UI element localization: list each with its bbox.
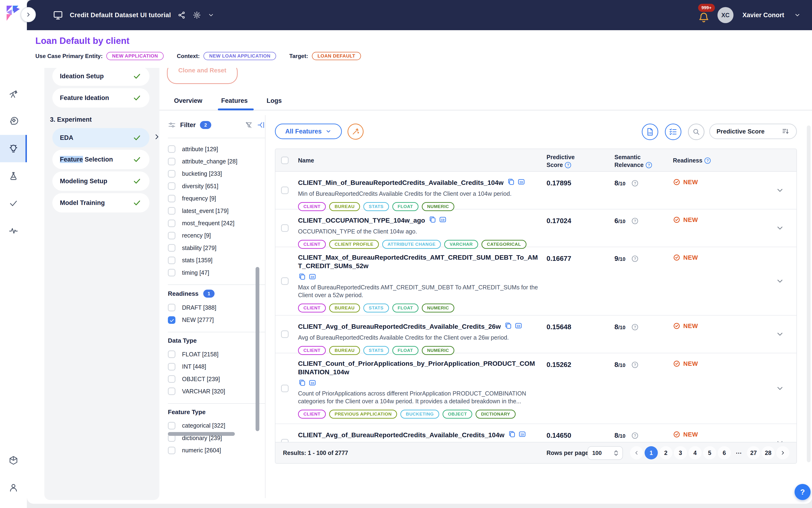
filter-checkbox[interactable] <box>168 232 175 239</box>
all-features-dropdown[interactable]: All Features <box>275 124 342 139</box>
feature-name[interactable]: CLIENT_Avg_of_BureauReportedCredits_Avai… <box>298 322 539 331</box>
row-checkbox[interactable] <box>281 277 288 285</box>
select-all-checkbox[interactable] <box>281 157 288 164</box>
help-circle-icon[interactable]: ? <box>564 161 572 169</box>
id-icon[interactable]: ID <box>517 178 525 186</box>
filter-clear-icon[interactable] <box>245 121 253 129</box>
collapse-panel-icon[interactable] <box>257 121 265 129</box>
avatar[interactable]: XC <box>717 7 733 23</box>
check-icon[interactable] <box>0 189 27 217</box>
column-name[interactable]: Name <box>298 157 314 164</box>
expand-row-chevron[interactable] <box>776 384 784 393</box>
filter-checkbox[interactable] <box>168 170 175 178</box>
collapse-sidebar-button[interactable] <box>21 7 36 22</box>
feature-name[interactable]: CLIENT_Max_of_BureauReportedCredits_AMT_… <box>298 253 539 270</box>
pager-page-1[interactable]: 1 <box>645 446 658 459</box>
row-checkbox[interactable] <box>281 224 288 232</box>
tab-features[interactable]: Features <box>221 97 248 110</box>
expand-row-chevron[interactable] <box>776 330 784 338</box>
lightbulb-icon[interactable] <box>0 135 27 162</box>
help-button[interactable]: ? <box>795 484 811 500</box>
copy-icon[interactable] <box>428 216 437 223</box>
project-title[interactable]: Credit Default Dataset UI tutorial <box>70 11 171 19</box>
id-icon[interactable]: ID <box>308 379 316 387</box>
nav-item-model-training[interactable]: Model Training <box>52 193 149 212</box>
help-circle-icon[interactable]: ? <box>704 157 711 164</box>
filter-checkbox[interactable] <box>168 387 175 395</box>
copy-icon[interactable] <box>507 178 515 186</box>
filter-checkbox[interactable] <box>168 316 175 324</box>
id-icon[interactable]: ID <box>308 272 316 281</box>
flask-icon[interactable] <box>0 162 27 189</box>
feature-list-button[interactable] <box>665 124 681 140</box>
sort-dropdown[interactable]: Predictive Score <box>709 124 797 139</box>
filter-checkbox[interactable] <box>168 195 175 202</box>
pager-page-28[interactable]: 28 <box>762 446 775 459</box>
pager-page-2[interactable]: 2 <box>659 446 672 459</box>
pager-prev[interactable] <box>630 446 643 459</box>
row-checkbox[interactable] <box>281 385 288 392</box>
brain-gear-icon[interactable] <box>0 108 27 135</box>
chevron-down-icon[interactable] <box>208 12 214 18</box>
rows-per-page-input[interactable]: 100 <box>588 446 623 460</box>
filter-checkbox[interactable] <box>168 350 175 358</box>
row-checkbox[interactable] <box>281 330 288 338</box>
column-readiness[interactable]: Readiness? <box>673 157 711 164</box>
user-menu-chevron-icon[interactable] <box>794 12 801 18</box>
pager-page-27[interactable]: 27 <box>747 446 760 459</box>
id-icon[interactable]: ID <box>439 216 447 223</box>
expand-row-chevron[interactable] <box>776 277 784 285</box>
filter-checkbox[interactable] <box>168 304 175 311</box>
filter-horizontal-scrollbar[interactable] <box>168 432 235 436</box>
magic-wand-button[interactable] <box>348 124 364 140</box>
column-predictive-score[interactable]: Predictive Score? <box>546 153 587 169</box>
expand-row-chevron[interactable] <box>776 224 784 232</box>
person-icon[interactable] <box>0 474 27 501</box>
pulse-icon[interactable] <box>0 217 27 244</box>
filter-checkbox[interactable] <box>168 158 175 165</box>
filter-checkbox[interactable] <box>168 182 175 190</box>
gear-icon[interactable] <box>193 11 201 19</box>
pager-page-4[interactable]: 4 <box>688 446 702 459</box>
pager-page-3[interactable]: 3 <box>674 446 687 459</box>
filter-checkbox[interactable] <box>168 244 175 252</box>
filter-vertical-scrollbar[interactable] <box>256 267 259 431</box>
filter-checkbox[interactable] <box>168 447 175 454</box>
search-button[interactable] <box>688 124 705 140</box>
copy-icon[interactable] <box>504 322 512 330</box>
notifications-button[interactable]: 999+ <box>697 6 711 25</box>
row-checkbox[interactable] <box>281 186 288 194</box>
nav-item-ideation-setup[interactable]: Ideation Setup <box>52 68 149 86</box>
share-icon[interactable] <box>178 11 186 19</box>
nav-item-feature-selection[interactable]: Feature Selection <box>52 150 149 169</box>
pager-next[interactable] <box>776 446 790 459</box>
feature-name[interactable]: CLIENT_OCCUPATION_TYPE_104w_agoID <box>298 216 539 225</box>
pager-page-5[interactable]: 5 <box>703 446 716 459</box>
nav-expand-chevron-icon[interactable] <box>153 133 160 141</box>
tab-overview[interactable]: Overview <box>174 97 202 110</box>
nav-item-eda[interactable]: EDA <box>52 128 149 147</box>
help-circle-icon[interactable]: ? <box>645 161 652 169</box>
filter-checkbox[interactable] <box>168 207 175 215</box>
filter-checkbox[interactable] <box>168 269 175 277</box>
tab-logs[interactable]: Logs <box>267 97 282 110</box>
logo-mark[interactable] <box>4 4 22 22</box>
column-semantic-relevance[interactable]: Semantic Relevance? <box>615 153 657 169</box>
nav-item-modeling-setup[interactable]: Modeling Setup <box>52 171 149 191</box>
feature-name[interactable]: CLIENT_Avg_of_BureauReportedCredits_Avai… <box>298 430 539 439</box>
nav-item-feature-ideation[interactable]: Feature Ideation <box>52 88 149 108</box>
stepper-icon[interactable] <box>614 450 618 456</box>
clone-and-reset-button[interactable]: Clone and Reset <box>167 68 238 84</box>
filter-checkbox[interactable] <box>168 363 175 371</box>
download-csv-button[interactable]: CSV <box>642 124 658 140</box>
filter-checkbox[interactable] <box>168 220 175 227</box>
cube-icon[interactable] <box>0 447 27 474</box>
feature-name[interactable]: CLIENT_Count_of_PriorApplications_by_Pri… <box>298 359 539 376</box>
pager-page-6[interactable]: 6 <box>718 446 731 459</box>
telescope-icon[interactable] <box>0 80 27 108</box>
id-icon[interactable]: ID <box>514 322 523 330</box>
copy-icon[interactable] <box>508 430 516 438</box>
feature-name[interactable]: CLIENT_Min_of_BureauReportedCredits_Avai… <box>298 178 539 187</box>
expand-row-chevron[interactable] <box>776 186 784 195</box>
copy-icon[interactable] <box>298 272 306 281</box>
